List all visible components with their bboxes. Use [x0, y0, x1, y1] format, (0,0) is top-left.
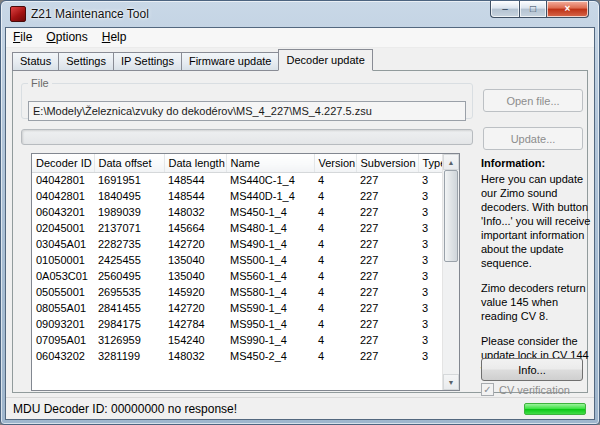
table-cell: 4	[314, 268, 356, 284]
menu-bar: FileOptionsHelp	[6, 28, 594, 48]
table-row[interactable]: 060432023281199148032MS450-2_442273	[32, 348, 442, 364]
column-header[interactable]: Name	[226, 154, 314, 172]
info-paragraph: Here you can update our Zimo sound decod…	[481, 173, 593, 271]
cv-verification-label: CV verification	[499, 384, 570, 396]
tab-settings[interactable]: Settings	[58, 52, 114, 71]
table-cell: 227	[356, 172, 418, 188]
table-cell: 03045A01	[32, 236, 94, 252]
table-cell: 227	[356, 348, 418, 364]
table-cell: 3	[418, 268, 442, 284]
table-cell: 3	[418, 220, 442, 236]
table-row[interactable]: 03045A012282735142720MS490-1_442273	[32, 236, 442, 252]
table-cell: 3	[418, 204, 442, 220]
table-cell: MS990-1_4	[226, 332, 314, 348]
app-icon[interactable]	[10, 6, 26, 22]
table-cell: MS590-1_4	[226, 300, 314, 316]
info-button[interactable]: Info...	[481, 358, 583, 381]
table-cell: 4	[314, 252, 356, 268]
table-cell: 227	[356, 220, 418, 236]
table-cell: MS440C-1_4	[226, 172, 314, 188]
table-row[interactable]: 020450012137071145664MS480-1_442273	[32, 220, 442, 236]
table-cell: 227	[356, 188, 418, 204]
open-file-button[interactable]: Open file...	[483, 89, 583, 112]
table-cell: 3	[418, 252, 442, 268]
tab-status[interactable]: Status	[12, 52, 59, 71]
table-cell: 07095A01	[32, 332, 94, 348]
table-cell: 3	[418, 284, 442, 300]
table-cell: 4	[314, 332, 356, 348]
table-row[interactable]: 07095A013126959154240MS990-1_442273	[32, 332, 442, 348]
table-cell: 1691951	[94, 172, 164, 188]
status-text: MDU Decoder ID: 00000000 no response!	[13, 402, 237, 416]
table-cell: 142720	[164, 300, 226, 316]
table-cell: MS500-1_4	[226, 252, 314, 268]
table-cell: 227	[356, 252, 418, 268]
update-button[interactable]: Update...	[483, 127, 583, 150]
table-row[interactable]: 040428011840495148544MS440D-1_442273	[32, 188, 442, 204]
decoder-table-body: 040428011691951148544MS440C-1_4422730404…	[32, 172, 442, 364]
table-cell: 145920	[164, 284, 226, 300]
table-row[interactable]: 040428011691951148544MS440C-1_442273	[32, 172, 442, 188]
table-row[interactable]: 060432011989039148032MS450-1_442273	[32, 204, 442, 220]
table-cell: 1989039	[94, 204, 164, 220]
cv-verification-checkbox[interactable]: ✓	[481, 383, 494, 396]
table-cell: 135040	[164, 268, 226, 284]
vertical-scrollbar[interactable]: ▲ ▼	[442, 154, 459, 390]
column-header[interactable]: Data offset	[94, 154, 164, 172]
info-text: Here you can update our Zimo sound decod…	[481, 173, 593, 388]
table-cell: 4	[314, 188, 356, 204]
table-cell: 154240	[164, 332, 226, 348]
title-bar: Z21 Maintenance Tool – □ ×	[1, 1, 599, 27]
status-bar: MDU Decoder ID: 00000000 no response!	[6, 397, 594, 419]
scrollbar-track[interactable]	[443, 170, 459, 374]
table-cell: 227	[356, 316, 418, 332]
close-button-icon[interactable]: ×	[547, 1, 589, 18]
tab-decoder-update[interactable]: Decoder update	[278, 49, 372, 71]
window-title: Z21 Maintenance Tool	[31, 7, 149, 21]
tab-content-decoder-update: File E:\Modely\Železnica\zvuky do dekodé…	[12, 70, 588, 393]
table-cell: MS450-2_4	[226, 348, 314, 364]
tab-ip-settings[interactable]: IP Settings	[113, 52, 182, 71]
column-header[interactable]: Decoder ID	[32, 154, 94, 172]
tab-firmware-update[interactable]: Firmware update	[181, 52, 280, 71]
table-cell: 04042801	[32, 188, 94, 204]
scroll-down-icon[interactable]: ▼	[443, 374, 459, 390]
menu-help[interactable]: Help	[95, 28, 134, 47]
table-cell: 4	[314, 300, 356, 316]
table-cell: 04042801	[32, 172, 94, 188]
table-cell: 3	[418, 172, 442, 188]
table-cell: 2282735	[94, 236, 164, 252]
table-cell: 3281199	[94, 348, 164, 364]
table-row[interactable]: 050550012695535145920MS580-1_442273	[32, 284, 442, 300]
table-row[interactable]: 0A053C012560495135040MS560-1_442273	[32, 268, 442, 284]
table-row[interactable]: 010500012425455135040MS500-1_442273	[32, 252, 442, 268]
decoder-table-header-row: Decoder IDData offsetData lengthNameVers…	[32, 154, 442, 172]
table-row[interactable]: 08055A012841455142720MS590-1_442273	[32, 300, 442, 316]
scroll-up-icon[interactable]: ▲	[443, 154, 459, 170]
table-cell: MS440D-1_4	[226, 188, 314, 204]
table-cell: 4	[314, 236, 356, 252]
table-cell: 08055A01	[32, 300, 94, 316]
column-header[interactable]: Version	[314, 154, 356, 172]
column-header[interactable]: Data length	[164, 154, 226, 172]
table-cell: 2425455	[94, 252, 164, 268]
table-cell: 09093201	[32, 316, 94, 332]
file-path-input[interactable]: E:\Modely\Železnica\zvuky do dekodérov\M…	[28, 101, 466, 121]
table-cell: 02045001	[32, 220, 94, 236]
table-cell: 4	[314, 348, 356, 364]
table-cell: 148032	[164, 348, 226, 364]
table-cell: 3	[418, 348, 442, 364]
column-header[interactable]: Type	[418, 154, 442, 172]
menu-file[interactable]: File	[6, 28, 39, 47]
maximize-button-icon[interactable]: □	[519, 1, 547, 18]
scrollbar-thumb[interactable]	[444, 170, 458, 262]
menu-options[interactable]: Options	[39, 28, 94, 47]
table-row[interactable]: 090932012984175142784MS950-1_442273	[32, 316, 442, 332]
table-cell: 135040	[164, 252, 226, 268]
minimize-button-icon[interactable]: –	[490, 1, 519, 18]
table-cell: 227	[356, 204, 418, 220]
table-cell: 3126959	[94, 332, 164, 348]
table-cell: 227	[356, 332, 418, 348]
column-header[interactable]: Subversion	[356, 154, 418, 172]
table-cell: 3	[418, 236, 442, 252]
